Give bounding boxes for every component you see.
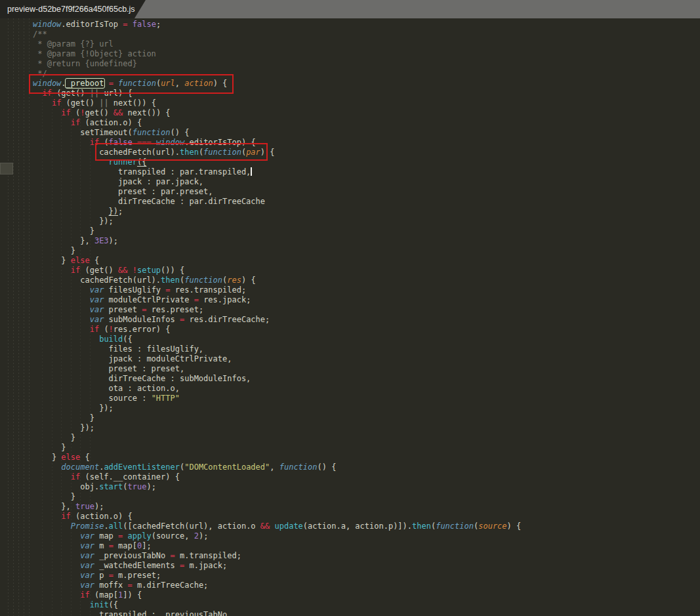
gutter-marker[interactable] [0,163,13,175]
code-line: ota : action.o, [33,384,700,394]
code-line: /** [33,30,700,39]
code-line: } [33,443,700,453]
code-line: window.editorIsTop = false; [33,20,700,30]
code-line: }); [33,403,700,413]
code-line: if (get() && !setup()) { [33,266,700,276]
code-line: var preset = res.preset; [33,305,700,315]
code-line: var subModuleInfos = res.dirTreeCache; [33,315,700,325]
text-cursor [251,167,252,176]
code-line: files : filesUglify, [33,344,700,354]
code-line: }, true); [33,502,700,512]
code-line: * @return {undefined} [33,59,700,69]
code-line: if (false === window.editorIsTop) { [33,138,700,148]
code-line: if (action.o) { [33,512,700,522]
code-line: var p = m.preset; [33,571,700,581]
code-line: } else { [33,453,700,462]
code-line: dirTreeCache : par.dirTreeCache [33,197,700,207]
code-line: cachedFetch(url).then(function(par) { [33,148,700,157]
code-line: var moffx = m.dirTreeCache; [33,581,700,590]
code-line: * @param {!Object} action [33,49,700,59]
code-line: var _watchedElements = m.jpack; [33,561,700,571]
code-line: }); [33,423,700,433]
code-line: if (action.o) { [33,118,700,128]
code-editor[interactable]: window.editorIsTop = false;/** * @param … [0,18,700,616]
code-line: var filesUglify = res.transpiled; [33,285,700,295]
code-line: document.addEventListener("DOMContentLoa… [33,462,700,472]
file-tab-title: preview-d52be7f9f266a450f65cb.js [0,5,135,14]
code-line: build({ [33,335,700,344]
code-line: } [33,246,700,256]
code-line: source : "HTTP" [33,394,700,403]
code-line: * @param {?} url [33,39,700,49]
code-line: if (get() || url) { [33,89,700,98]
code-line: } [33,226,700,236]
code-line: runner({ [33,157,700,167]
code-line: } [33,413,700,423]
code-line: preset : preset, [33,364,700,374]
code-line: if (!res.error) { [33,325,700,335]
code-line: if (map[1]) { [33,590,700,600]
code-line: }); [33,207,700,216]
code-line: if (self.__container) { [33,472,700,482]
code-line: dirTreeCache : subModuleInfos, [33,374,700,384]
code-line: obj.start(true); [33,482,700,492]
code-line: var moduleCtrlPrivate = res.jpack; [33,295,700,305]
code-line: transpiled : _previousTabNo, [33,610,700,616]
code-line: if (!get() && next()) { [33,108,700,118]
code-line: */ [33,69,700,79]
code-line: Promise.all([cachedFetch(url), action.o … [33,522,700,531]
code-line: var _previousTabNo = m.transpiled; [33,551,700,561]
tab-bar: preview-d52be7f9f266a450f65cb.js × [0,0,700,18]
code-line: window._preboot = function(url, action) … [33,79,700,89]
code-line: } [33,433,700,443]
code-line: var m = map[0]; [33,541,700,551]
code-line: } else { [33,256,700,266]
code-area[interactable]: window.editorIsTop = false;/** * @param … [0,18,700,616]
code-line: preset : par.preset, [33,187,700,197]
code-line: var map = apply(source, 2); [33,531,700,541]
code-line: } [33,492,700,502]
code-line: setTimeout(function() { [33,128,700,138]
close-icon[interactable]: × [142,5,148,14]
code-line: cachedFetch(url).then(function(res) { [33,276,700,285]
code-line: }, 3E3); [33,236,700,246]
code-line: jpack : par.jpack, [33,177,700,187]
code-line: transpiled : par.transpiled, [33,167,700,177]
code-line: if (get() || next()) { [33,98,700,108]
code-line: }); [33,216,700,226]
search-match-preboot: _preboot [65,78,106,89]
code-line: init({ [33,600,700,610]
file-tab[interactable]: preview-d52be7f9f266a450f65cb.js × [0,0,146,18]
code-line: jpack : moduleCtrlPrivate, [33,354,700,364]
